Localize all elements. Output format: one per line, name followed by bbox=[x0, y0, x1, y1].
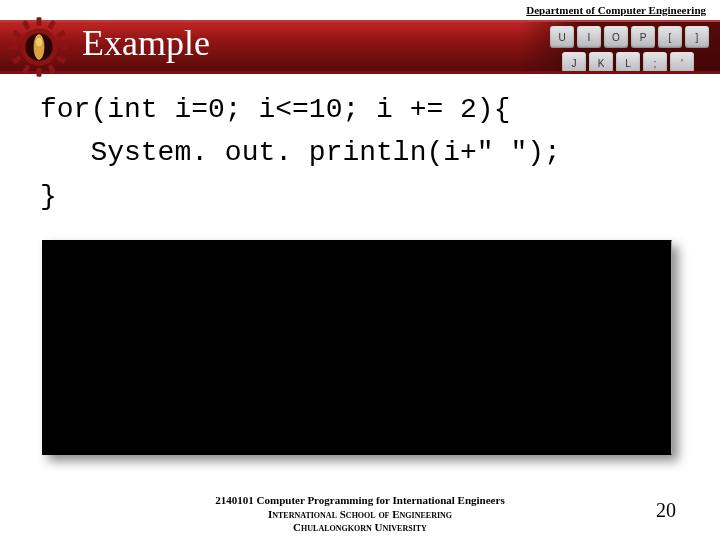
keyboard-decor: U I O P [ ] J K L ; ' bbox=[520, 22, 720, 71]
kb-key: I bbox=[577, 26, 601, 48]
footer-university: Chulalongkorn University bbox=[0, 521, 720, 534]
kb-key: ; bbox=[643, 52, 667, 71]
svg-point-15 bbox=[36, 38, 42, 47]
svg-rect-11 bbox=[12, 30, 22, 39]
svg-rect-5 bbox=[47, 20, 56, 30]
svg-rect-4 bbox=[60, 45, 69, 50]
content-area: for(int i=0; i<=10; i += 2){ System. out… bbox=[40, 88, 680, 218]
page-number: 20 bbox=[656, 499, 676, 522]
code-line: for(int i=0; i<=10; i += 2){ bbox=[40, 94, 510, 125]
kb-key: J bbox=[562, 52, 586, 71]
svg-rect-8 bbox=[47, 64, 56, 74]
kb-key: L bbox=[616, 52, 640, 71]
kb-key: K bbox=[589, 52, 613, 71]
slide: Department of Computer Engineering U I O… bbox=[0, 0, 720, 540]
svg-rect-9 bbox=[22, 64, 31, 74]
gear-logo-icon bbox=[8, 16, 70, 78]
kb-key: O bbox=[604, 26, 628, 48]
kb-key: ' bbox=[670, 52, 694, 71]
svg-rect-1 bbox=[37, 17, 42, 26]
svg-rect-7 bbox=[56, 55, 66, 64]
slide-title: Example bbox=[82, 22, 210, 64]
kb-row: U I O P [ ] bbox=[550, 26, 720, 48]
kb-key: U bbox=[550, 26, 574, 48]
svg-rect-10 bbox=[12, 55, 22, 64]
code-line: System. out. println(i+" "); bbox=[40, 137, 561, 168]
code-block: for(int i=0; i<=10; i += 2){ System. out… bbox=[40, 88, 680, 218]
kb-key: [ bbox=[658, 26, 682, 48]
kb-row: J K L ; ' bbox=[562, 52, 720, 71]
svg-rect-6 bbox=[56, 30, 66, 39]
department-label: Department of Computer Engineering bbox=[526, 4, 706, 16]
footer: 2140101 Computer Programming for Interna… bbox=[0, 494, 720, 534]
footer-school: International School of Engineering bbox=[0, 508, 720, 521]
output-console bbox=[42, 240, 672, 455]
svg-rect-2 bbox=[37, 68, 42, 77]
code-line: } bbox=[40, 181, 57, 212]
kb-key: P bbox=[631, 26, 655, 48]
svg-rect-12 bbox=[22, 20, 31, 30]
footer-course: 2140101 Computer Programming for Interna… bbox=[0, 494, 720, 507]
kb-key: ] bbox=[685, 26, 709, 48]
svg-rect-3 bbox=[9, 45, 18, 50]
